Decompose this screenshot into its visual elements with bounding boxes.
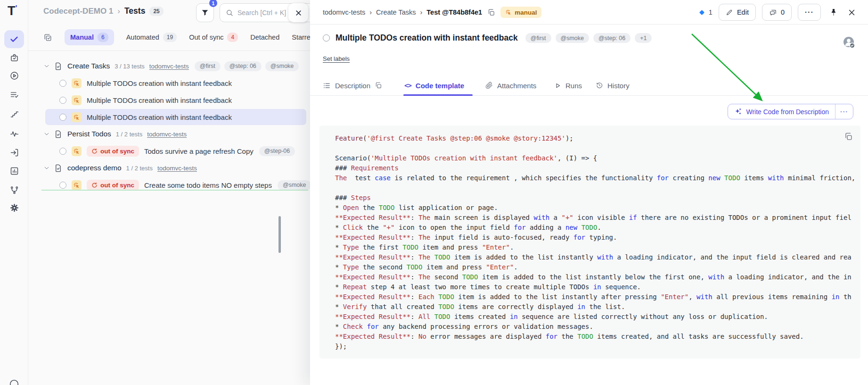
import-icon <box>9 148 19 158</box>
radio-circle-icon[interactable] <box>59 148 66 155</box>
sidebar-item-plans[interactable] <box>4 85 24 103</box>
out-of-sync-badge: out of sync <box>87 146 139 157</box>
ai-button-label: Write Code from Description <box>746 108 829 116</box>
chevron-separator: › <box>369 8 372 16</box>
tab-history[interactable]: History <box>596 75 630 95</box>
sidebar-item-suites[interactable] <box>4 49 24 67</box>
pin-icon <box>829 8 838 17</box>
tab-attachments[interactable]: Attachments <box>485 75 536 95</box>
sidebar-item-branches[interactable] <box>4 181 24 199</box>
ai-button-more[interactable]: ··· <box>835 104 853 119</box>
tests-count-badge: 25 <box>149 7 163 16</box>
tab-runs[interactable]: Runs <box>554 75 582 95</box>
manual-test-icon <box>72 146 82 156</box>
git-branch-icon <box>9 185 19 195</box>
tab-starred[interactable]: Starred <box>292 33 310 41</box>
out-of-sync-label: out of sync <box>100 182 134 189</box>
more-tags-chip[interactable]: +1 <box>635 33 652 43</box>
test-row-out-of-sync[interactable]: out of sync Create some todo items NO em… <box>28 176 310 193</box>
tag-chip: @step-06 <box>259 146 295 156</box>
suite-link[interactable]: todomvc-tests <box>147 131 187 138</box>
code-content[interactable]: Feature('@first Create Tasks @step:06 @s… <box>319 126 860 352</box>
test-name: Multiple TODOs creation with instant fee… <box>87 96 232 104</box>
suite-row-create-tasks[interactable]: Create Tasks 3 / 13 tests todomvc-tests … <box>28 58 310 75</box>
tag-chip: @smoke <box>556 33 590 43</box>
suite-file-icon <box>54 62 63 71</box>
write-code-from-description-button[interactable]: Write Code from Description ··· <box>728 104 853 119</box>
sidebar-item-tests[interactable] <box>4 30 24 48</box>
app-logo[interactable]: T' <box>8 4 17 18</box>
select-all-icon[interactable] <box>43 33 52 42</box>
suite-meta: 1 / 2 tests <box>126 165 153 172</box>
chevron-down-icon[interactable] <box>43 63 50 69</box>
tab-out-of-sync[interactable]: Out of sync 4 <box>189 33 238 42</box>
jira-link[interactable]: 1 <box>698 8 712 17</box>
set-labels-link[interactable]: Set labels <box>323 55 350 62</box>
suite-name[interactable]: Create Tasks <box>67 62 110 70</box>
radio-circle-icon[interactable] <box>59 80 66 87</box>
sparkles-icon <box>734 108 742 116</box>
copy-test-id-button[interactable] <box>486 8 496 17</box>
suite-name[interactable]: Persist Todos <box>67 130 111 138</box>
sidebar-item-settings[interactable] <box>4 199 24 217</box>
copy-code-button[interactable] <box>844 132 853 141</box>
close-detail-button[interactable] <box>846 8 858 17</box>
filter-tabs: Manual 6 Automated 19 Out of sync 4 Deta… <box>43 29 310 45</box>
tab-code-template[interactable]: <> Code template <box>404 75 464 95</box>
radio-circle-icon[interactable] <box>59 97 66 104</box>
sidebar-item-analytics[interactable] <box>4 125 24 142</box>
tab-count: 4 <box>227 33 238 42</box>
manual-test-icon <box>72 180 82 190</box>
copy-icon[interactable] <box>375 82 382 89</box>
test-row-out-of-sync[interactable]: out of sync Todos survive a page refresh… <box>28 142 310 159</box>
suite-link[interactable]: todomvc-tests <box>157 165 197 172</box>
tab-automated[interactable]: Automated 19 <box>126 33 177 42</box>
test-row[interactable]: Multiple TODOs creation with instant fee… <box>28 92 310 109</box>
edit-button-label: Edit <box>737 8 749 16</box>
breadcrumb-suite[interactable]: Create Tasks <box>376 8 416 16</box>
manual-badge-label: manual <box>515 9 537 16</box>
sidebar-item-reports[interactable] <box>4 162 24 180</box>
test-row-selected[interactable]: Multiple TODOs creation with instant fee… <box>28 109 310 126</box>
scrollbar-thumb[interactable] <box>278 216 281 253</box>
tab-label: Out of sync <box>189 33 223 41</box>
breadcrumb-suite-root[interactable]: todomvc-tests <box>323 8 365 16</box>
tab-description[interactable]: Description <box>323 75 382 95</box>
code-editor[interactable]: Feature('@first Create Tasks @step:06 @s… <box>319 126 860 359</box>
radio-circle-icon[interactable] <box>59 114 66 121</box>
refresh-alert-icon <box>91 148 98 154</box>
chevron-down-icon[interactable] <box>43 165 50 171</box>
tab-label: Starred <box>292 33 310 41</box>
sidebar-item-import[interactable] <box>4 143 24 161</box>
suite-name[interactable]: codepress demo <box>67 164 122 172</box>
pin-button[interactable] <box>827 8 840 17</box>
test-row[interactable]: Multiple TODOs creation with instant fee… <box>28 75 310 92</box>
close-search-button[interactable] <box>288 3 308 22</box>
suite-link[interactable]: todomvc-tests <box>149 63 189 70</box>
gear-icon <box>9 203 19 213</box>
project-name[interactable]: Codecept-DEMO 1 <box>43 7 113 16</box>
edit-button[interactable]: Edit <box>719 4 756 21</box>
radio-circle-icon[interactable] <box>59 182 66 189</box>
suite-row-persist-todos[interactable]: Persist Todos 1 / 2 tests todomvc-tests <box>28 126 310 142</box>
suite-row-codepress-demo[interactable]: codepress demo 1 / 2 tests todomvc-tests <box>28 159 310 176</box>
code-icon: <> <box>404 82 411 89</box>
manual-test-icon <box>72 78 82 88</box>
radio-circle-icon[interactable] <box>323 34 330 42</box>
assignee-avatar[interactable] <box>843 36 856 49</box>
bar-chart-icon <box>9 166 19 176</box>
test-name: Todos survive a page refresh Copy <box>144 147 254 155</box>
test-title-row: Multiple TODOs creation with instant fee… <box>323 33 652 43</box>
comments-button[interactable]: 0 <box>762 4 792 21</box>
title-tags: @first @smoke @step: 06 +1 <box>525 33 652 43</box>
tab-manual[interactable]: Manual 6 <box>65 29 114 45</box>
test-name: Create some todo items NO empty steps <box>144 181 272 189</box>
active-tab-underline <box>403 94 473 96</box>
comments-count: 0 <box>781 8 785 16</box>
sidebar-item-steps[interactable] <box>4 105 24 123</box>
more-actions-button[interactable]: ··· <box>798 4 821 21</box>
tab-detached[interactable]: Detached <box>250 33 279 41</box>
chevron-down-icon[interactable] <box>43 131 50 137</box>
help-icon[interactable] <box>4 375 24 385</box>
sidebar-item-runs[interactable] <box>4 67 24 84</box>
